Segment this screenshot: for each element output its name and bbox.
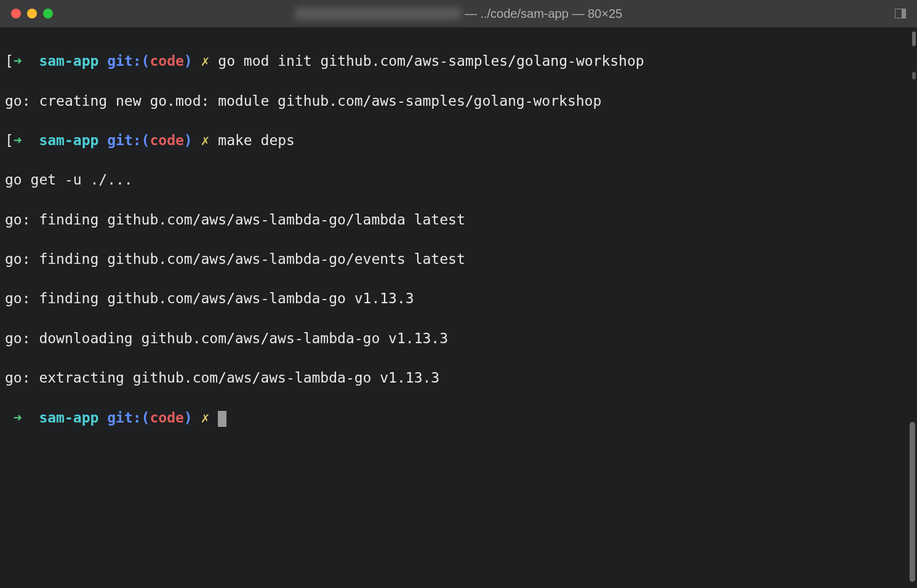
panel-toggle-icon[interactable] (895, 9, 906, 18)
output-line: go: extracting github.com/aws/aws-lambda… (5, 368, 912, 387)
git-dirty-icon: ✗ (201, 132, 210, 148)
output-line: go: finding github.com/aws/aws-lambda-go… (5, 288, 912, 308)
arrow-icon: ➜ (14, 53, 22, 69)
git-dirty-icon: ✗ (201, 410, 210, 426)
output-line: go: downloading github.com/aws/aws-lambd… (5, 328, 912, 348)
git-close: ) (184, 53, 193, 69)
titlebar[interactable]: — ../code/sam-app — 80×25 (0, 0, 917, 28)
git-branch: code (150, 410, 183, 426)
git-dirty-icon: ✗ (201, 53, 210, 69)
git-label: git:( (107, 132, 150, 148)
prompt-line-3: ➜ sam-app git:(code) ✗ (5, 408, 912, 427)
command-2: make deps (218, 132, 295, 148)
bracket-open: [ (5, 132, 14, 148)
git-branch: code (150, 132, 183, 148)
bracket-open: [ (5, 53, 14, 69)
output-line: go: creating new go.mod: module github.c… (5, 91, 912, 111)
maximize-button[interactable] (43, 9, 53, 18)
traffic-lights (11, 9, 53, 18)
git-close: ) (184, 132, 193, 148)
title-path: — ../code/sam-app — 80×25 (465, 7, 622, 21)
git-label: git:( (107, 53, 150, 69)
output-line: go: finding github.com/aws/aws-lambda-go… (5, 210, 912, 229)
command-1: go mod init github.com/aws-samples/golan… (218, 53, 644, 69)
prompt-line-2: [➜ sam-app git:(code) ✗ make deps (5, 130, 912, 150)
prompt-line-1: [➜ sam-app git:(code) ✗ go mod init gith… (5, 51, 912, 71)
window-title: — ../code/sam-app — 80×25 (295, 7, 622, 21)
scrollbar[interactable] (906, 28, 917, 588)
output-line: go get -u ./... (5, 170, 912, 189)
git-close: ) (184, 410, 193, 426)
git-branch: code (150, 53, 183, 69)
prompt-dir: sam-app (39, 410, 98, 426)
title-redacted (295, 7, 461, 20)
prompt-dir: sam-app (39, 53, 98, 69)
scrollbar-thumb[interactable] (910, 422, 915, 582)
close-button[interactable] (11, 9, 21, 18)
arrow-icon: ➜ (14, 410, 22, 426)
terminal-body[interactable]: [➜ sam-app git:(code) ✗ go mod init gith… (0, 28, 917, 588)
cursor (218, 411, 226, 427)
terminal-window: — ../code/sam-app — 80×25 [➜ sam-app git… (0, 0, 917, 588)
arrow-icon: ➜ (14, 132, 22, 148)
minimize-button[interactable] (27, 9, 37, 18)
output-line: go: finding github.com/aws/aws-lambda-go… (5, 249, 912, 269)
git-label: git:( (107, 410, 150, 426)
prompt-dir: sam-app (39, 132, 98, 148)
